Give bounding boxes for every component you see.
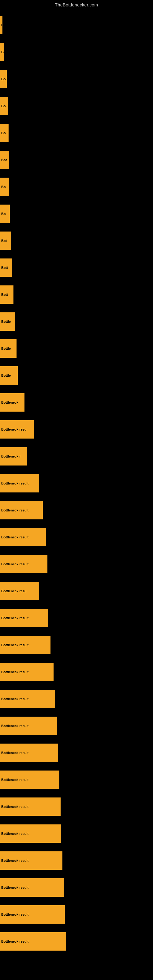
bar-row: Bottleneck result — [0, 632, 153, 659]
bar-row: Bo — [0, 92, 153, 119]
bar-label: Bottleneck result — [0, 932, 66, 951]
bar-label: Bottleneck result — [0, 609, 48, 627]
bar-row: Bo — [0, 200, 153, 227]
bar-row: Bottleneck result — [0, 497, 153, 524]
bar-row: Bottleneck resu — [0, 578, 153, 605]
bar-label: Bottleneck r — [0, 447, 27, 466]
bar-row: Bottle — [0, 335, 153, 362]
site-title: TheBottlenecker.com — [0, 0, 153, 9]
bar-row: Bottleneck result — [0, 928, 153, 955]
bar-label: Bottleneck result — [0, 636, 51, 654]
bar-row: Bottleneck result — [0, 605, 153, 632]
bar-row: Bottle — [0, 362, 153, 389]
bar-label: Bottleneck result — [0, 501, 43, 519]
bar-row: Bottleneck result — [0, 874, 153, 901]
bar-label: Bottleneck result — [0, 824, 61, 843]
bar-row: B — [0, 38, 153, 65]
bar-row: Bottleneck result — [0, 550, 153, 578]
bar-row: Bottleneck r — [0, 443, 153, 470]
bar-label: Bottleneck resu — [0, 582, 39, 600]
bar-row: Bottleneck result — [0, 847, 153, 874]
bar-label: Bo — [0, 70, 7, 88]
bar-label: Bo — [0, 97, 8, 115]
bar-label: Bottleneck — [0, 393, 24, 412]
bar-row: Bottleneck result — [0, 686, 153, 712]
bar-row: Bottleneck result — [0, 766, 153, 793]
bar-row: Bottleneck result — [0, 659, 153, 686]
bar-label: Bott — [0, 285, 13, 304]
bar-row: Bottleneck — [0, 389, 153, 416]
bar-label: Bottleneck resu — [0, 420, 33, 439]
bar-label: Bot — [0, 151, 9, 169]
bar-label: Bo — [0, 124, 9, 142]
bar-row: Bo — [0, 65, 153, 92]
bar-label: Bottleneck result — [0, 797, 61, 816]
bar-label: B — [0, 43, 4, 61]
bar-row: Bottleneck result — [0, 739, 153, 766]
bar-label: Bottleneck result — [0, 878, 64, 897]
bar-label: Bottleneck result — [0, 717, 57, 735]
bar-row: Bottle — [0, 308, 153, 335]
bar-row: Bottleneck result — [0, 524, 153, 550]
bar-row: Bo — [0, 173, 153, 200]
bar-label: Bottleneck result — [0, 663, 54, 681]
bar-label: Bottle — [0, 312, 15, 331]
bar-label: Bottleneck result — [0, 528, 46, 546]
bar-row: Bottleneck result — [0, 901, 153, 928]
bar-label: Bottle — [0, 366, 18, 385]
bar-row: Bottleneck result — [0, 793, 153, 820]
bar-label: Bottleneck result — [0, 744, 58, 762]
bar-row: Bott — [0, 254, 153, 281]
bar-row: Bottleneck result — [0, 470, 153, 497]
bar-row: Bottleneck resu — [0, 416, 153, 443]
bar-label: Bottleneck result — [0, 474, 39, 492]
bar-row: Bot — [0, 227, 153, 254]
bar-row: Bo — [0, 119, 153, 146]
bar-label: Bot — [0, 232, 11, 250]
bar-row: Bot — [0, 146, 153, 173]
bar-label: B — [0, 16, 2, 34]
bar-row: Bottleneck result — [0, 820, 153, 847]
bars-container: BBBoBoBoBotBoBoBotBottBottBottleBottleBo… — [0, 9, 153, 955]
bar-row: B — [0, 12, 153, 38]
bar-label: Bottleneck result — [0, 905, 65, 924]
bar-label: Bottleneck result — [0, 770, 59, 789]
bar-label: Bo — [0, 205, 10, 223]
bar-label: Bottleneck result — [0, 555, 48, 573]
bar-label: Bott — [0, 258, 12, 277]
bar-label: Bottleneck result — [0, 690, 55, 708]
bar-label: Bo — [0, 178, 9, 196]
bar-row: Bott — [0, 281, 153, 308]
bar-row: Bottleneck result — [0, 712, 153, 739]
bar-label: Bottleneck result — [0, 851, 62, 870]
bar-label: Bottle — [0, 339, 16, 358]
